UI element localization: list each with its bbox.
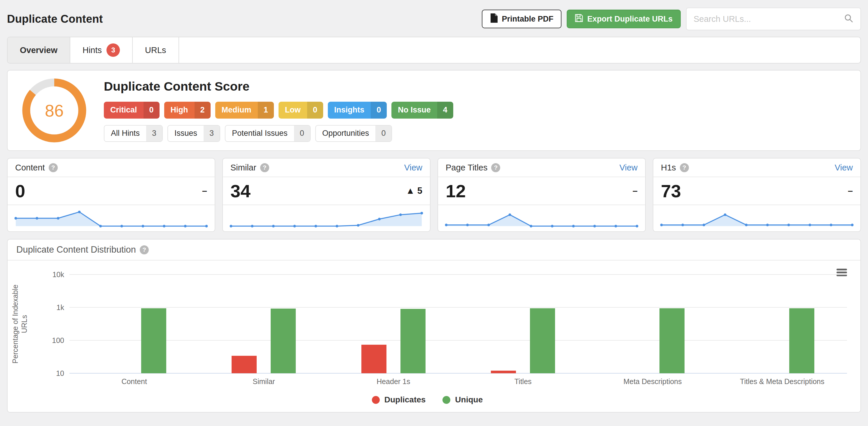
bar-group-meta-descriptions xyxy=(588,274,717,373)
help-icon[interactable]: ? xyxy=(680,163,689,172)
severity-label: High xyxy=(164,102,194,119)
severity-badge-critical[interactable]: Critical 0 xyxy=(104,102,159,119)
metric-cards-row: Content ? 0 – Similar ? View 34 ▲ 5 xyxy=(7,158,861,232)
chart-legend: DuplicatesUnique xyxy=(8,395,847,404)
category-label: Meta Descriptions xyxy=(588,378,717,386)
page-header: Duplicate Content Printable PDF Export D… xyxy=(7,6,861,32)
hints-count-badge: 3 xyxy=(106,43,120,57)
help-icon[interactable]: ? xyxy=(49,163,58,172)
distribution-plot xyxy=(69,274,847,373)
metric-card-h1s: H1s ? View 73 – xyxy=(653,158,861,232)
duplicates-bar xyxy=(491,371,516,373)
metric-card-page-titles: Page Titles ? View 12 – xyxy=(437,158,646,232)
score-title: Duplicate Content Score xyxy=(104,79,847,94)
metric-card-content: Content ? 0 – xyxy=(7,158,215,232)
filter-label: All Hints xyxy=(104,126,146,141)
metric-label: H1s xyxy=(661,163,676,172)
tab-urls[interactable]: URLs xyxy=(133,37,179,63)
filter-label: Issues xyxy=(168,126,204,141)
export-duplicate-urls-label: Export Duplicate URLs xyxy=(587,14,673,24)
severity-count: 4 xyxy=(437,102,453,119)
severity-label: Low xyxy=(279,102,307,119)
unique-bar xyxy=(400,309,426,373)
view-link[interactable]: View xyxy=(404,163,422,172)
legend-dot xyxy=(372,396,380,404)
help-icon[interactable]: ? xyxy=(491,163,500,172)
y-axis-ticks: 10k1k10010 xyxy=(32,274,69,373)
metric-value: 73 xyxy=(661,181,681,201)
view-link[interactable]: View xyxy=(620,163,638,172)
bar-group-titles-meta-descriptions xyxy=(717,274,847,373)
distribution-header: Duplicate Content Distribution ? xyxy=(8,239,860,261)
metric-delta: – xyxy=(848,186,853,196)
metric-value-row: 34 ▲ 5 xyxy=(223,177,430,204)
bar-group-content xyxy=(69,274,199,373)
severity-badge-low[interactable]: Low 0 xyxy=(279,102,323,119)
severity-badge-insights[interactable]: Insights 0 xyxy=(328,102,387,119)
unique-bar xyxy=(530,308,555,373)
metric-label: Similar xyxy=(230,163,256,172)
unique-bar xyxy=(789,308,814,373)
metric-header: Similar ? View xyxy=(223,159,430,177)
severity-count: 2 xyxy=(194,102,211,119)
severity-badge-medium[interactable]: Medium 1 xyxy=(215,102,274,119)
severity-label: Insights xyxy=(328,102,371,119)
filter-count: 3 xyxy=(146,126,162,141)
report-tabbar: Overview Hints 3 URLs xyxy=(7,37,861,64)
category-label: Header 1s xyxy=(329,378,458,386)
view-link[interactable]: View xyxy=(835,163,853,172)
bar-group-header-1s xyxy=(329,274,458,373)
help-icon[interactable]: ? xyxy=(140,245,149,254)
printable-pdf-button[interactable]: Printable PDF xyxy=(482,10,561,28)
distribution-card: Duplicate Content Distribution ? Percent… xyxy=(7,239,861,413)
search-icon[interactable] xyxy=(844,14,854,24)
metric-value-row: 73 – xyxy=(653,177,860,204)
duplicate-content-page: Duplicate Content Printable PDF Export D… xyxy=(0,0,868,419)
printable-pdf-label: Printable PDF xyxy=(502,14,553,24)
severity-count: 0 xyxy=(307,102,323,119)
score-gauge: 86 xyxy=(21,77,88,144)
filter-label: Potential Issues xyxy=(225,126,294,141)
filter-all-hints[interactable]: All Hints 3 xyxy=(104,125,163,142)
legend-item-duplicates[interactable]: Duplicates xyxy=(372,395,426,404)
category-label: Content xyxy=(69,378,199,386)
metric-sparkline xyxy=(8,204,215,231)
legend-dot xyxy=(442,396,450,404)
y-axis-title-text: Percentage of Indexable URLs xyxy=(11,279,29,369)
save-icon xyxy=(575,14,583,24)
metric-delta: ▲ 5 xyxy=(406,186,422,196)
legend-item-unique[interactable]: Unique xyxy=(442,395,483,404)
severity-count: 1 xyxy=(258,102,274,119)
category-label: Titles & Meta Descriptions xyxy=(717,378,847,386)
export-duplicate-urls-button[interactable]: Export Duplicate URLs xyxy=(567,10,681,28)
category-cells: ContentSimilarHeader 1sTitlesMeta Descri… xyxy=(69,378,847,386)
severity-label: No Issue xyxy=(392,102,437,119)
metric-value: 34 xyxy=(230,181,251,201)
filter-count: 0 xyxy=(294,126,310,141)
tab-hints[interactable]: Hints 3 xyxy=(70,37,133,63)
duplicates-bar xyxy=(231,356,257,373)
severity-badge-row: Critical 0 High 2 Medium 1 Low 0 Insight… xyxy=(104,102,847,119)
score-value: 86 xyxy=(21,77,88,144)
unique-bar xyxy=(659,308,685,373)
y-axis-title: Percentage of Indexable URLs xyxy=(8,274,32,373)
score-details: Duplicate Content Score Critical 0 High … xyxy=(104,79,847,142)
metric-sparkline xyxy=(223,204,430,231)
bar-groups xyxy=(69,274,847,373)
y-tick-label: 10 xyxy=(56,369,64,378)
search-input[interactable] xyxy=(693,14,844,24)
severity-badge-no-issue[interactable]: No Issue 4 xyxy=(392,102,453,119)
help-icon[interactable]: ? xyxy=(260,163,269,172)
bar-group-titles xyxy=(458,274,588,373)
metric-header: H1s ? View xyxy=(653,159,860,177)
metric-delta: – xyxy=(632,186,638,196)
filter-potential-issues[interactable]: Potential Issues 0 xyxy=(225,125,311,142)
filter-opportunities[interactable]: Opportunities 0 xyxy=(315,125,392,142)
distribution-title: Duplicate Content Distribution xyxy=(16,244,136,255)
severity-count: 0 xyxy=(144,102,159,119)
filter-issues[interactable]: Issues 3 xyxy=(167,125,220,142)
tab-overview[interactable]: Overview xyxy=(8,37,70,63)
metric-header: Content ? xyxy=(8,159,215,177)
severity-badge-high[interactable]: High 2 xyxy=(164,102,211,119)
metric-value-row: 12 – xyxy=(438,177,645,204)
